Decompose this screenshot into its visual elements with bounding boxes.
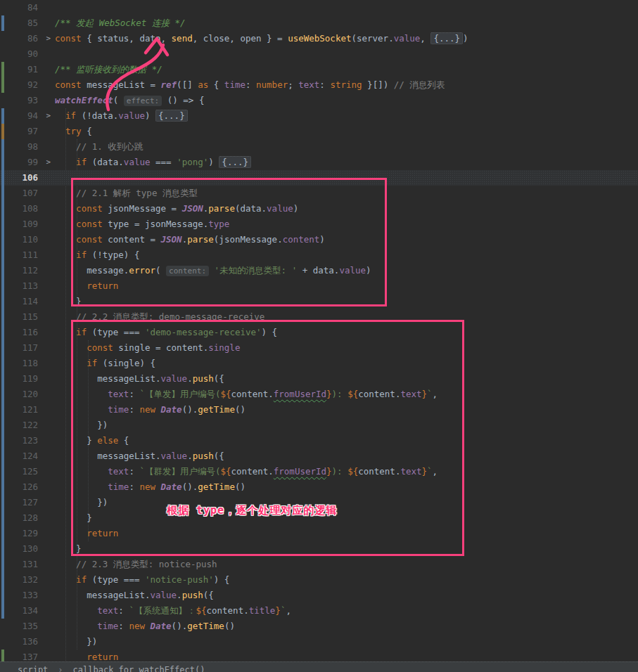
line-number[interactable]: 99: [27, 155, 38, 170]
line-number[interactable]: 117: [22, 340, 38, 356]
gutter[interactable]: 99>: [0, 155, 52, 170]
gutter[interactable]: 135: [0, 619, 52, 634]
gutter[interactable]: 121: [0, 402, 52, 418]
code-line-92[interactable]: 92const messageList = ref([] as { time: …: [0, 77, 638, 93]
code-line-124[interactable]: 124 messageList.value.push({: [0, 448, 638, 464]
line-number[interactable]: 114: [22, 294, 38, 309]
gutter[interactable]: 109: [0, 217, 52, 232]
code-line-115[interactable]: 115 // 2.2 消息类型: demo-message-receive: [0, 309, 638, 325]
code-text[interactable]: const messageList = ref([] as { time: nu…: [55, 77, 445, 93]
code-text[interactable]: }): [55, 634, 97, 650]
code-line-86[interactable]: 86>const { status, data, send, close, op…: [0, 31, 638, 46]
code-text[interactable]: return: [55, 526, 118, 541]
line-number[interactable]: 122: [22, 418, 38, 433]
code-line-135[interactable]: 135 time: new Date().getTime(): [0, 619, 638, 634]
code-line-118[interactable]: 118 if (single) {: [0, 356, 638, 371]
line-number[interactable]: 115: [22, 309, 38, 325]
code-text[interactable]: text: `【系统通知】：${content.title}`,: [55, 603, 291, 619]
code-text[interactable]: }): [55, 495, 108, 510]
gutter[interactable]: 98: [0, 139, 52, 155]
line-number[interactable]: 112: [22, 263, 38, 278]
line-number[interactable]: 121: [22, 402, 38, 418]
line-number[interactable]: 124: [22, 448, 38, 464]
line-number[interactable]: 131: [22, 557, 38, 572]
gutter[interactable]: 133: [0, 588, 52, 603]
code-line-117[interactable]: 117 const single = content.single: [0, 340, 638, 356]
fold-arrow-icon[interactable]: >: [46, 31, 51, 46]
code-line-97[interactable]: 97 try {: [0, 124, 638, 139]
code-line-85[interactable]: 85/** 发起 WebSocket 连接 */: [0, 15, 638, 31]
gutter[interactable]: 117: [0, 340, 52, 356]
code-text[interactable]: const content = JSON.parse(jsonMessage.c…: [55, 232, 325, 247]
line-number[interactable]: 125: [22, 464, 38, 479]
code-line-119[interactable]: 119 messageList.value.push({: [0, 371, 638, 387]
code-text[interactable]: /** 发起 WebSocket 连接 */: [55, 15, 185, 31]
code-line-116[interactable]: 116 if (type === 'demo-message-receive')…: [0, 325, 638, 340]
code-text[interactable]: const jsonMessage = JSON.parse(data.valu…: [55, 201, 298, 217]
code-text[interactable]: }): [55, 418, 108, 433]
code-line-134[interactable]: 134 text: `【系统通知】：${content.title}`,: [0, 603, 638, 619]
line-number[interactable]: 127: [22, 495, 38, 510]
code-text[interactable]: time: new Date().getTime(): [55, 619, 235, 634]
line-number[interactable]: 97: [27, 124, 38, 139]
gutter[interactable]: 93: [0, 93, 52, 108]
code-text[interactable]: const type = jsonMessage.type: [55, 217, 229, 232]
code-text[interactable]: try {: [55, 124, 92, 139]
code-text[interactable]: text: `【群发】用户编号(${content.fromUserId}): …: [55, 464, 438, 479]
line-number[interactable]: 108: [22, 201, 38, 217]
code-line-91[interactable]: 91/** 监听接收到的数据 */: [0, 62, 638, 77]
code-text[interactable]: const single = content.single: [55, 340, 240, 356]
breadcrumb-item-script[interactable]: script: [18, 665, 48, 672]
line-number[interactable]: 110: [22, 232, 38, 247]
code-text[interactable]: if (type === 'demo-message-receive') {: [55, 325, 277, 340]
code-text[interactable]: /** 监听接收到的数据 */: [55, 62, 162, 77]
gutter[interactable]: 128: [0, 510, 52, 526]
code-line-113[interactable]: 113 return: [0, 278, 638, 294]
line-number[interactable]: 111: [22, 247, 38, 263]
gutter[interactable]: 130: [0, 541, 52, 557]
code-line-126[interactable]: 126 time: new Date().getTime(): [0, 479, 638, 495]
code-line-108[interactable]: 108 const jsonMessage = JSON.parse(data.…: [0, 201, 638, 217]
code-text[interactable]: } else {: [55, 433, 129, 448]
code-line-109[interactable]: 109 const type = jsonMessage.type: [0, 217, 638, 232]
code-line-90[interactable]: 90: [0, 46, 638, 62]
line-number[interactable]: 91: [27, 62, 38, 77]
line-number[interactable]: 134: [22, 603, 38, 619]
code-line-136[interactable]: 136 }): [0, 634, 638, 650]
gutter[interactable]: 123: [0, 433, 52, 448]
code-text[interactable]: if (type === 'notice-push') {: [55, 572, 229, 588]
gutter[interactable]: 86>: [0, 31, 52, 46]
line-number[interactable]: 118: [22, 356, 38, 371]
code-line-107[interactable]: 107 // 2.1 解析 type 消息类型: [0, 186, 638, 201]
line-number[interactable]: 123: [22, 433, 38, 448]
code-text[interactable]: messageList.value.push({: [55, 448, 224, 464]
gutter[interactable]: 85: [0, 15, 52, 31]
code-line-132[interactable]: 132 if (type === 'notice-push') {: [0, 572, 638, 588]
code-line-129[interactable]: 129 return: [0, 526, 638, 541]
code-text[interactable]: time: new Date().getTime(): [55, 402, 245, 418]
gutter[interactable]: 131: [0, 557, 52, 572]
code-text[interactable]: message.error( content: '未知的消息类型: ' + da…: [55, 263, 371, 279]
line-number[interactable]: 130: [22, 541, 38, 557]
code-text[interactable]: // 2.2 消息类型: demo-message-receive: [55, 309, 264, 325]
gutter[interactable]: 91: [0, 62, 52, 77]
line-number[interactable]: 132: [22, 572, 38, 588]
gutter[interactable]: 110: [0, 232, 52, 247]
code-line-123[interactable]: 123 } else {: [0, 433, 638, 448]
line-number[interactable]: 133: [22, 588, 38, 603]
line-number[interactable]: 136: [22, 634, 38, 650]
gutter[interactable]: 97: [0, 124, 52, 139]
line-number[interactable]: 94: [27, 108, 38, 124]
code-line-94[interactable]: 94> if (!data.value) {...}: [0, 108, 638, 124]
line-number[interactable]: 92: [27, 77, 38, 93]
gutter[interactable]: 106: [0, 170, 52, 186]
gutter[interactable]: 126: [0, 479, 52, 495]
gutter[interactable]: 113: [0, 278, 52, 294]
gutter[interactable]: 129: [0, 526, 52, 541]
code-text[interactable]: // 2.3 消息类型: notice-push: [55, 557, 217, 572]
gutter[interactable]: 94>: [0, 108, 52, 124]
code-line-125[interactable]: 125 text: `【群发】用户编号(${content.fromUserId…: [0, 464, 638, 479]
code-text[interactable]: // 2.1 解析 type 消息类型: [55, 186, 198, 201]
line-number[interactable]: 93: [27, 93, 38, 108]
code-text[interactable]: text: `【单发】用户编号(${content.fromUserId}): …: [55, 387, 438, 402]
